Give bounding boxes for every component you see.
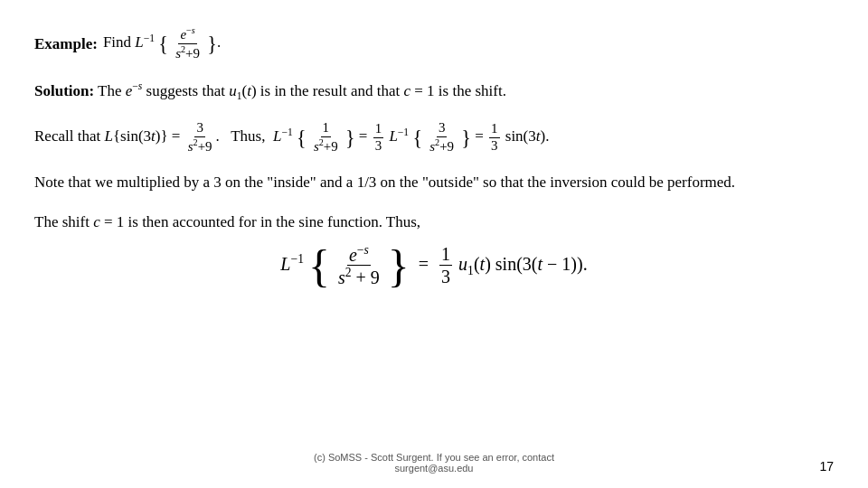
example-text: Find L−1 { e−s s2+9 }. bbox=[103, 25, 221, 62]
example-label: Example: bbox=[34, 33, 98, 56]
suggests-text: suggests that bbox=[146, 82, 225, 99]
formula-block: L−1 { e−s s2 + 9 } = 1 3 u1(t) sin(3(t −… bbox=[34, 243, 834, 288]
slide-page: Example: Find L−1 { e−s s2+9 }. Solution… bbox=[0, 0, 868, 488]
solution-block: Solution: The e−s suggests that u1(t) is… bbox=[34, 79, 834, 106]
example-block: Example: Find L−1 { e−s s2+9 }. bbox=[34, 25, 834, 62]
recall-block: Recall that L{sin(3t)} = 3 s2+9 . Thus, … bbox=[34, 120, 834, 155]
solution-label: Solution: bbox=[34, 82, 94, 99]
page-number: 17 bbox=[819, 459, 834, 474]
shift-block: The shift c = 1 is then accounted for in… bbox=[34, 210, 834, 234]
note-block: Note that we multiplied by a 3 on the "i… bbox=[34, 170, 834, 195]
footer-text: (c) SoMSS - Scott Surgent. If you see an… bbox=[0, 452, 868, 474]
